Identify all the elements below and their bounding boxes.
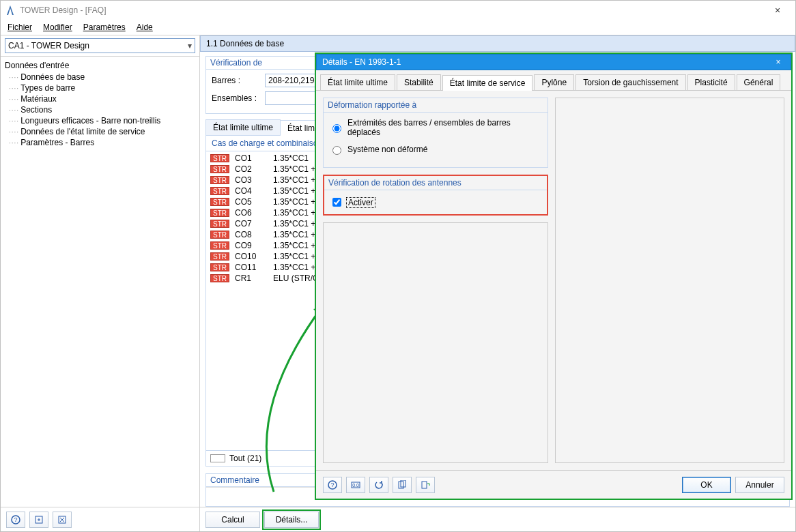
- tree-item[interactable]: ····Types de barre: [9, 83, 198, 93]
- radio-systeme[interactable]: Système non déformé: [329, 144, 542, 155]
- loadcase-name: CO2: [235, 164, 268, 174]
- str-badge: STR: [210, 263, 229, 271]
- svg-text:0.0: 0.0: [352, 483, 359, 488]
- title-bar: TOWER Design - [FAQ] ×: [1, 1, 795, 20]
- tree-item[interactable]: ····Données de base: [9, 72, 198, 83]
- tab-elu[interactable]: État limite ultime: [320, 74, 395, 90]
- str-badge: STR: [210, 252, 229, 261]
- tab-plasticite[interactable]: Plasticité: [687, 74, 735, 90]
- tab-els[interactable]: État limite de service: [442, 75, 533, 91]
- rotation-legend: Vérification de rotation des antennes: [324, 176, 547, 190]
- tab-stabilite[interactable]: Stabilité: [397, 74, 441, 90]
- str-badge: STR: [210, 241, 229, 250]
- ok-button[interactable]: OK: [682, 477, 731, 493]
- export-icon[interactable]: [29, 512, 48, 528]
- tab-pylone[interactable]: Pylône: [534, 74, 574, 90]
- loadcase-name: CR1: [235, 274, 268, 283]
- import-icon[interactable]: [53, 512, 72, 528]
- dialog-tabs: État limite ultime Stabilité État limite…: [316, 70, 791, 91]
- swatch-icon: [210, 454, 225, 462]
- close-icon[interactable]: ×: [764, 5, 791, 16]
- tab-torsion[interactable]: Torsion de gauchissement: [575, 74, 685, 90]
- str-badge: STR: [210, 187, 229, 195]
- activer-checkbox-input[interactable]: [332, 198, 341, 207]
- loadcase-name: CO3: [235, 175, 268, 185]
- ensembles-label: Ensembles :: [212, 93, 259, 103]
- str-badge: STR: [210, 231, 229, 239]
- tree-item[interactable]: ····Paramètres - Barres: [9, 137, 198, 148]
- reset-icon[interactable]: [369, 477, 388, 493]
- loadcase-name: CO11: [235, 263, 268, 272]
- tree-item[interactable]: ····Matériaux: [9, 93, 198, 104]
- svg-text:?: ?: [330, 482, 334, 488]
- tab-elu[interactable]: État limite ultime: [205, 119, 281, 135]
- loadcase-name: CO10: [235, 252, 268, 261]
- rotation-group: Vérification de rotation des antennes Ac…: [323, 175, 548, 216]
- left-bottom-bar: ?: [1, 507, 200, 531]
- radio-extremites-input[interactable]: [332, 124, 341, 133]
- loadcase-name: CO5: [235, 197, 268, 207]
- str-badge: STR: [210, 274, 229, 282]
- dialog-title-bar[interactable]: Détails - EN 1993-1-1 ×: [316, 54, 791, 70]
- radio-systeme-input[interactable]: [332, 146, 341, 155]
- svg-rect-10: [422, 482, 427, 488]
- deformation-group: Déformation rapportée à Extrémités des b…: [323, 98, 548, 168]
- tree-item[interactable]: ····Sections: [9, 104, 198, 115]
- radio-extremites[interactable]: Extrémités des barres / ensembles de bar…: [329, 118, 542, 137]
- barres-label: Barres :: [212, 76, 259, 85]
- activer-checkbox[interactable]: Activer: [330, 196, 375, 209]
- section-title: 1.1 Données de base: [200, 35, 795, 52]
- details-button[interactable]: Détails...: [264, 512, 319, 528]
- str-badge: STR: [210, 220, 229, 228]
- menu-file[interactable]: Fichier: [3, 21, 36, 33]
- tree-item[interactable]: ····Données de l'état limite de service: [9, 126, 198, 137]
- empty-panel-left: [323, 222, 548, 463]
- empty-panel-right: [555, 98, 784, 463]
- left-pane: CA1 - TOWER Design ▾ Données d'entrée ··…: [1, 35, 200, 507]
- window-title: TOWER Design - [FAQ]: [20, 5, 764, 15]
- loadcase-name: CO8: [235, 230, 268, 239]
- loadcase-name: CO1: [235, 153, 268, 163]
- svg-text:?: ?: [14, 516, 17, 523]
- menu-edit[interactable]: Modifier: [39, 21, 76, 33]
- app-icon: [5, 5, 16, 16]
- loadcase-name: CO4: [235, 186, 268, 196]
- tree-item[interactable]: ····Longueurs efficaces - Barre non-trei…: [9, 115, 198, 126]
- menu-bar: Fichier Modifier Paramètres Aide: [1, 20, 795, 35]
- str-badge: STR: [210, 198, 229, 206]
- right-bottom-bar: Calcul Détails...: [200, 507, 795, 531]
- save-template-icon[interactable]: [416, 477, 435, 493]
- dialog-title: Détails - EN 1993-1-1: [322, 57, 401, 67]
- cancel-button[interactable]: Annuler: [735, 477, 784, 493]
- calc-button[interactable]: Calcul: [205, 512, 260, 528]
- tree-root[interactable]: Données d'entrée: [2, 59, 198, 72]
- deformation-legend: Déformation rapportée à: [324, 98, 548, 113]
- help-icon[interactable]: ?: [323, 477, 342, 493]
- chevron-down-icon: ▾: [188, 41, 192, 50]
- loadcase-name: CO7: [235, 219, 268, 228]
- units-icon[interactable]: 0.0: [346, 477, 365, 493]
- nav-tree: Données d'entrée ····Données de base ···…: [1, 57, 199, 507]
- str-badge: STR: [210, 165, 229, 173]
- case-combo-value: CA1 - TOWER Design: [8, 41, 89, 50]
- menu-params[interactable]: Paramètres: [79, 21, 130, 33]
- dialog-close-icon[interactable]: ×: [771, 57, 785, 67]
- tab-general[interactable]: Général: [737, 74, 781, 90]
- str-badge: STR: [210, 209, 229, 217]
- str-badge: STR: [210, 176, 229, 184]
- footer-label: Tout (21): [229, 454, 261, 463]
- menu-help[interactable]: Aide: [132, 21, 157, 33]
- dialog-bottom-bar: ? 0.0 OK Annuler: [316, 470, 791, 499]
- details-dialog: Détails - EN 1993-1-1 × État limite ulti…: [315, 53, 793, 500]
- loadcase-name: CO9: [235, 241, 268, 250]
- help-icon[interactable]: ?: [6, 512, 25, 528]
- str-badge: STR: [210, 154, 229, 162]
- template-icon[interactable]: [393, 477, 412, 493]
- loadcase-name: CO6: [235, 208, 268, 218]
- case-combo[interactable]: CA1 - TOWER Design ▾: [5, 38, 195, 53]
